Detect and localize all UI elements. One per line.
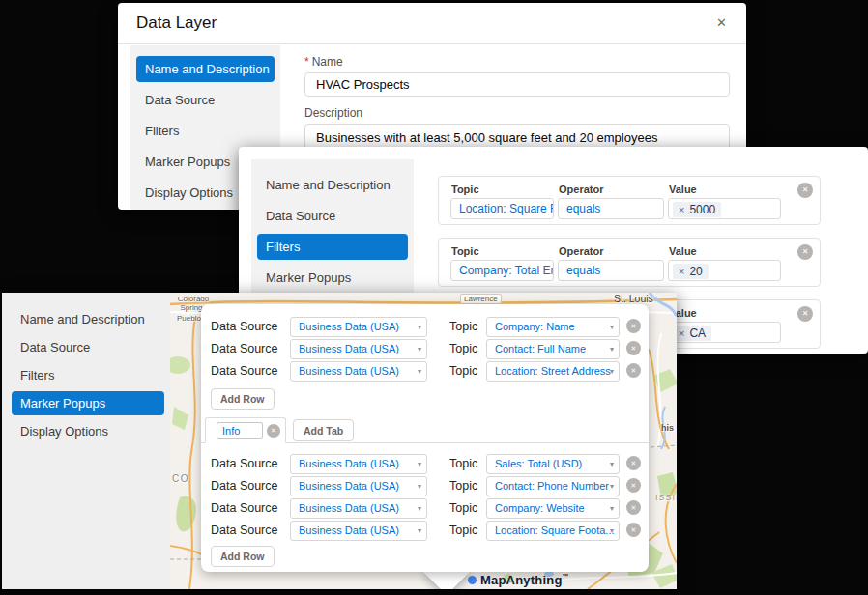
caret-down-icon: ▾: [610, 362, 614, 382]
caret-down-icon: ▾: [418, 477, 421, 496]
data-source-select[interactable]: Business Data (USA)▾: [290, 521, 427, 541]
required-asterisk: *: [304, 55, 309, 69]
sidebar-item-data-source[interactable]: Data Source: [257, 203, 408, 229]
sidebar-item-marker-popups[interactable]: Marker Popups: [257, 265, 408, 291]
caret-down-icon: ▾: [418, 499, 421, 519]
popup-field-row: Data Source Business Data (USA)▾ Topic C…: [211, 498, 641, 519]
topic-select[interactable]: Location: Square Foota...▾: [486, 521, 620, 541]
caret-down-icon: ▾: [610, 522, 614, 541]
data-source-select[interactable]: Business Data (USA)▾: [290, 498, 427, 519]
filter-value-field[interactable]: ×CA: [668, 322, 781, 343]
name-input[interactable]: [304, 72, 730, 97]
add-tab-button[interactable]: Add Tab: [293, 419, 354, 441]
remove-row-icon[interactable]: ✕: [626, 341, 641, 355]
caret-down-icon: ▾: [418, 522, 421, 541]
caret-down-icon: ▾: [610, 477, 614, 496]
sidebar-item-filters[interactable]: Filters: [12, 363, 164, 387]
caret-down-icon: ▾: [418, 340, 421, 359]
topic-column-header: Topic: [451, 245, 479, 257]
data-source-select[interactable]: Business Data (USA)▾: [290, 317, 427, 337]
data-source-label: Data Source: [211, 342, 277, 355]
caret-down-icon: ▾: [418, 455, 421, 474]
add-row-button[interactable]: Add Row: [211, 388, 275, 410]
caret-down-icon: ▾: [610, 499, 614, 519]
value-pill: ×CA: [673, 326, 711, 341]
popup-field-row: Data Source Business Data (USA)▾ Topic L…: [211, 361, 641, 382]
logo-dot-icon: [468, 576, 477, 584]
sidebar-item-name-and-description[interactable]: Name and Description: [136, 56, 275, 82]
remove-filter-icon[interactable]: ✕: [797, 306, 813, 322]
remove-row-icon[interactable]: ✕: [626, 363, 641, 378]
remove-filter-icon[interactable]: ✕: [797, 244, 813, 260]
data-source-select[interactable]: Business Data (USA)▾: [290, 361, 427, 382]
remove-row-icon[interactable]: ✕: [626, 478, 641, 493]
map-label-mississippi-fragment: ISSIP: [655, 493, 677, 502]
map-label-pueblo: Pueblo: [177, 314, 201, 323]
map-label-st-louis: St. Louis: [614, 293, 653, 304]
name-field-label: *Name: [304, 55, 730, 69]
topic-column-header: Topic: [451, 184, 479, 195]
popup-field-row: Data Source Business Data (USA)▾ Topic S…: [211, 454, 641, 474]
map-canvas[interactable]: ColoradoSprings Pueblo Lawrence St. Loui…: [170, 293, 677, 589]
remove-tab-icon[interactable]: ✕: [267, 424, 280, 438]
data-source-select[interactable]: Business Data (USA)▾: [290, 476, 427, 496]
add-row-button[interactable]: Add Row: [211, 546, 275, 567]
topic-label: Topic: [449, 524, 477, 537]
sidebar-item-marker-popups[interactable]: Marker Popups: [12, 391, 164, 415]
remove-filter-icon[interactable]: ✕: [797, 183, 813, 198]
sidebar-item-name-and-description[interactable]: Name and Description: [12, 307, 164, 331]
data-source-select[interactable]: Business Data (USA)▾: [290, 454, 427, 474]
data-source-label: Data Source: [211, 364, 277, 378]
sidebar-item-name-and-description[interactable]: Name and Description: [257, 172, 408, 198]
topic-select[interactable]: Location: Street Address▾: [486, 361, 620, 382]
value-pill: ×5000: [673, 202, 721, 217]
remove-value-icon[interactable]: ×: [679, 266, 684, 277]
data-source-select[interactable]: Business Data (USA)▾: [290, 339, 427, 359]
sidebar-item-display-options[interactable]: Display Options: [12, 419, 164, 443]
data-source-label: Data Source: [211, 479, 277, 493]
remove-value-icon[interactable]: ×: [679, 327, 684, 339]
filter-value-field[interactable]: ×20: [668, 260, 781, 281]
caret-down-icon: ▾: [418, 318, 421, 337]
sidebar-item-data-source[interactable]: Data Source: [12, 335, 164, 359]
sidebar-item-filters[interactable]: Filters: [136, 118, 275, 144]
topic-select[interactable]: Company: Website▾: [486, 498, 620, 519]
description-field-label: Description: [304, 106, 730, 120]
topic-select[interactable]: Company: Name▾: [486, 317, 620, 337]
filter-topic-select[interactable]: Company: Total Emplo...: [450, 260, 554, 281]
sidebar-item-filters[interactable]: Filters: [257, 234, 408, 260]
topic-label: Topic: [449, 501, 477, 515]
data-source-label: Data Source: [211, 320, 277, 333]
remove-row-icon[interactable]: ✕: [626, 319, 641, 333]
topic-label: Topic: [449, 342, 477, 355]
close-icon[interactable]: ✕: [716, 15, 727, 30]
filter-operator-select[interactable]: equals: [558, 260, 664, 281]
filter-topic-select[interactable]: Location: Square Foota..: [450, 198, 554, 219]
dialog-title: Data Layer: [136, 14, 217, 33]
topic-label: Topic: [449, 320, 477, 333]
remove-row-icon[interactable]: ✕: [626, 456, 641, 470]
topic-select[interactable]: Contact: Phone Number▾: [486, 476, 620, 496]
filter-card: Topic Operator Value ✕ Company: Total Em…: [438, 238, 821, 287]
map-label-lawrence: Lawrence: [460, 294, 502, 304]
value-pill: ×20: [673, 264, 709, 279]
tab-info[interactable]: ✕: [205, 417, 286, 443]
popup-field-row: Data Source Business Data (USA)▾ Topic C…: [211, 476, 641, 496]
caret-down-icon: ▾: [418, 362, 421, 382]
data-layer-dialog-marker-popups: Name and Description Data Source Filters…: [2, 293, 677, 589]
value-column-header: Value: [669, 245, 697, 257]
popup-field-row: Data Source Business Data (USA)▾ Topic C…: [211, 339, 641, 359]
data-source-label: Data Source: [211, 524, 277, 537]
remove-row-icon[interactable]: ✕: [626, 523, 641, 537]
sidebar-item-data-source[interactable]: Data Source: [136, 87, 275, 113]
operator-column-header: Operator: [559, 184, 603, 195]
data-source-label: Data Source: [211, 457, 277, 470]
filter-value-field[interactable]: ×5000: [668, 198, 781, 219]
filter-operator-select[interactable]: equals: [558, 198, 664, 219]
remove-row-icon[interactable]: ✕: [626, 500, 641, 515]
remove-value-icon[interactable]: ×: [679, 204, 684, 215]
topic-label: Topic: [449, 364, 477, 378]
topic-select[interactable]: Contact: Full Name▾: [486, 339, 620, 359]
tab-name-input[interactable]: [217, 422, 263, 439]
topic-select[interactable]: Sales: Total (USD)▾: [486, 454, 620, 474]
